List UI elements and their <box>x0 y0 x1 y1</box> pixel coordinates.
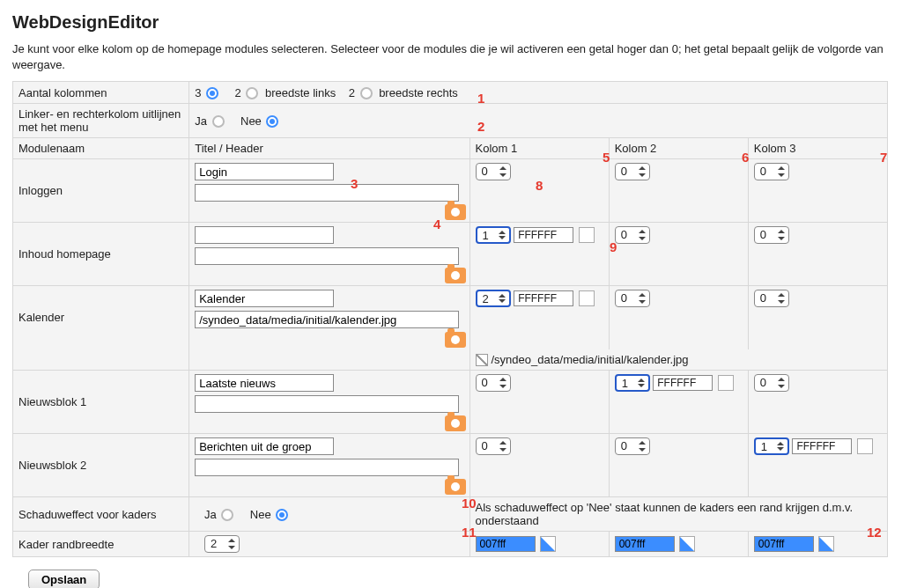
annotation-11: 11 <box>462 525 477 540</box>
color-swatch[interactable] <box>579 290 595 306</box>
radio-2-breedste-rechts[interactable] <box>360 87 373 99</box>
order-stepper[interactable]: 0 <box>476 437 511 455</box>
order-stepper[interactable]: 1 <box>476 226 511 244</box>
annotation-1: 1 <box>477 91 484 106</box>
aantal-kolommen-radios: 3 2 breedste links 2 breedste rechts <box>195 85 458 99</box>
col-header-kolom3: Kolom 3 <box>748 138 887 159</box>
kolom1-cell: 0 <box>469 434 609 497</box>
annotation-3: 3 <box>351 176 358 191</box>
image-path-input[interactable] <box>195 395 459 413</box>
color-swatch[interactable] <box>579 227 595 243</box>
kolom2-cell: 0 <box>609 286 748 349</box>
camera-icon[interactable] <box>445 332 466 348</box>
camera-icon[interactable] <box>445 268 466 283</box>
annotation-12: 12 <box>867 525 882 540</box>
color-input[interactable]: FFFFFF <box>514 227 573 243</box>
col-header-titel: Titel / Header <box>189 138 469 159</box>
randkleur-k1-swatch[interactable] <box>540 536 556 552</box>
camera-icon[interactable] <box>445 479 466 495</box>
camera-icon[interactable] <box>445 415 466 431</box>
image-path-input[interactable] <box>195 184 459 202</box>
annotation-4: 4 <box>433 217 440 232</box>
annotation-7: 7 <box>880 150 887 165</box>
order-stepper[interactable]: 0 <box>754 374 789 392</box>
order-stepper[interactable]: 0 <box>476 163 511 180</box>
module-row: Kalender2 FFFFFF 00 <box>13 286 888 349</box>
camera-icon[interactable] <box>445 204 466 220</box>
randkleur-k2-swatch[interactable] <box>679 536 695 552</box>
image-path-input[interactable] <box>195 459 459 476</box>
intro-text: Je kunt voor elke kolom op de homepage m… <box>12 41 890 72</box>
color-input[interactable]: FFFFFF <box>514 290 573 306</box>
color-swatch[interactable] <box>718 375 734 391</box>
randkleur-k3-swatch[interactable] <box>818 536 834 552</box>
radio-uitlijnen-ja[interactable] <box>212 115 225 128</box>
annotation-6: 6 <box>742 150 749 165</box>
annotation-10: 10 <box>462 496 477 511</box>
kolom3-cell: 0 <box>748 286 887 349</box>
titel-input[interactable] <box>195 290 334 307</box>
kolom1-cell: 0 <box>469 371 609 434</box>
titel-cell <box>189 159 469 223</box>
kolom3-cell: 1 FFFFFF <box>748 434 887 497</box>
module-name: Nieuwsblok 1 <box>13 371 189 434</box>
radio-2-breedste-links[interactable] <box>246 87 258 99</box>
radio-schaduw-ja[interactable] <box>221 509 233 521</box>
order-stepper[interactable]: 1 <box>615 374 650 392</box>
titel-cell <box>189 371 469 434</box>
color-input[interactable]: FFFFFF <box>653 375 713 391</box>
kolom2-cell: 0 <box>609 159 748 223</box>
label-kader-randbreedte: Kader randbreedte <box>13 532 189 557</box>
randkleur-k3-input[interactable]: 007fff <box>754 536 814 552</box>
order-stepper[interactable]: 0 <box>615 226 650 244</box>
titel-input[interactable] <box>195 374 334 392</box>
annotation-5: 5 <box>603 150 610 165</box>
titel-input[interactable] <box>195 226 334 244</box>
col-header-kolom2: Kolom 2 <box>609 138 748 159</box>
color-swatch[interactable] <box>857 438 873 454</box>
module-name: Inhoud homepage <box>13 223 189 286</box>
radio-uitlijnen-nee[interactable] <box>266 115 278 128</box>
image-path-input[interactable] <box>195 311 459 328</box>
order-stepper[interactable]: 0 <box>754 226 789 244</box>
annotation-2: 2 <box>477 119 484 134</box>
kolom3-cell: 0 <box>748 159 887 223</box>
kolom2-cell: 1 FFFFFF <box>609 371 748 434</box>
kolom3-cell: 0 <box>748 371 887 434</box>
kolom1-cell: 1 FFFFFF <box>469 223 609 286</box>
order-stepper[interactable]: 0 <box>615 290 650 307</box>
save-button[interactable]: Opslaan <box>28 570 100 588</box>
schaduw-note: Als schaduweffect op 'Nee' staat kunnen … <box>469 497 888 532</box>
order-stepper[interactable]: 0 <box>754 290 789 307</box>
image-preview-cell: /syndeo_data/media/initial/kalender.jpg <box>469 349 888 371</box>
module-row: Inloggen000 <box>13 159 888 223</box>
randkleur-k2-input[interactable]: 007fff <box>615 536 675 552</box>
module-row: Nieuwsblok 101 FFFFFF 0 <box>13 371 888 434</box>
label-aantal-kolommen: Aantal kolommen <box>13 82 189 104</box>
color-input[interactable]: FFFFFF <box>792 438 852 454</box>
titel-input[interactable] <box>195 163 334 180</box>
kolom2-cell: 0 <box>609 434 748 497</box>
col-header-kolom1: Kolom 1 <box>469 138 609 159</box>
randbreedte-stepper[interactable]: 2 <box>204 535 240 553</box>
image-path-input[interactable] <box>195 247 459 265</box>
order-stepper[interactable]: 0 <box>476 374 511 392</box>
radio-schaduw-nee[interactable] <box>276 509 288 521</box>
randkleur-k1-input[interactable]: 007fff <box>476 536 536 552</box>
titel-input[interactable] <box>195 437 334 455</box>
module-name: Nieuwsblok 2 <box>13 434 189 497</box>
order-stepper[interactable]: 2 <box>476 290 511 307</box>
order-stepper[interactable]: 1 <box>754 437 789 455</box>
module-name: Kalender <box>13 286 189 349</box>
annotation-9: 9 <box>610 239 617 254</box>
settings-table: Aantal kolommen 3 2 breedste links 2 bre… <box>12 81 888 557</box>
order-stepper[interactable]: 0 <box>754 163 789 180</box>
module-name: Inloggen <box>13 159 189 223</box>
titel-cell <box>189 434 469 497</box>
order-stepper[interactable]: 0 <box>615 163 650 180</box>
radio-3-kolommen[interactable] <box>206 87 218 99</box>
col-header-modulenaam: Modulenaam <box>13 138 189 159</box>
label-schaduweffect: Schaduweffect voor kaders <box>13 497 189 532</box>
kolom2-cell: 0 <box>609 223 748 286</box>
order-stepper[interactable]: 0 <box>615 437 650 455</box>
